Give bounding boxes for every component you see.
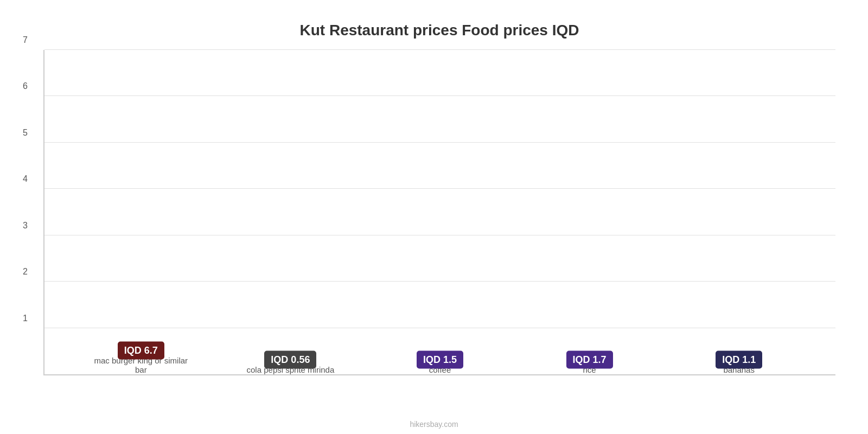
bar-group: IQD 6.7mac burger king or similar bar <box>92 350 190 374</box>
bar-value-label: IQD 6.7 <box>118 342 164 360</box>
chart-title: Kut Restaurant prices Food prices IQD <box>43 22 835 39</box>
bar-group: IQD 0.56cola pepsi sprite mirinda <box>241 360 339 374</box>
bar-group: IQD 1.5coffee <box>391 360 489 374</box>
y-axis-label: 3 <box>23 221 28 231</box>
grid-line <box>44 328 835 328</box>
grid-line <box>44 95 835 96</box>
chart-area: IQD 6.7mac burger king or similar barIQD… <box>43 50 835 375</box>
y-axis-label: 1 <box>23 314 28 323</box>
grid-line <box>44 188 835 189</box>
chart-container: Kut Restaurant prices Food prices IQD IQ… <box>0 0 868 434</box>
footer-text: hikersbay.com <box>410 420 458 429</box>
grid-line <box>44 235 835 235</box>
bar-value-label: IQD 1.7 <box>566 351 613 369</box>
bar-group: IQD 1.1bananas <box>690 360 788 374</box>
grid-line <box>44 142 835 143</box>
y-axis-label: 2 <box>23 267 28 277</box>
bars-wrapper: IQD 6.7mac burger king or similar barIQD… <box>44 50 835 374</box>
bar-value-label: IQD 0.56 <box>264 351 316 369</box>
bar-group: IQD 1.7rice <box>541 360 639 374</box>
grid-line <box>44 281 835 282</box>
y-axis-label: 4 <box>23 174 28 184</box>
bar-value-label: IQD 1.1 <box>716 351 762 369</box>
grid-line <box>44 49 835 50</box>
bar-value-label: IQD 1.5 <box>417 351 463 369</box>
y-axis-label: 7 <box>23 35 28 45</box>
y-axis-label: 5 <box>23 128 28 138</box>
y-axis-label: 6 <box>23 81 28 91</box>
